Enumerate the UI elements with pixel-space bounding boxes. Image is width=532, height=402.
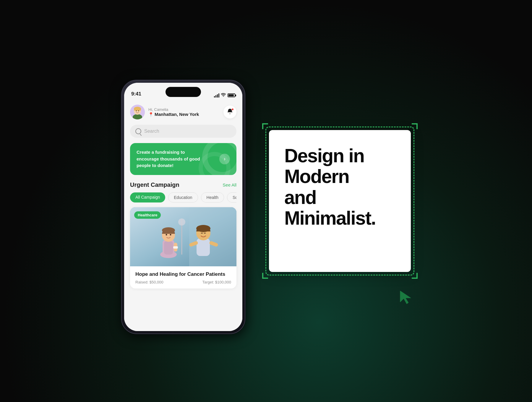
- filter-tabs: All Campaign Education Health Social: [130, 192, 236, 202]
- corner-br: [412, 273, 418, 279]
- notification-dot: [231, 108, 234, 111]
- svg-rect-11: [164, 241, 173, 255]
- location-pin-icon: 📍: [148, 112, 153, 117]
- corner-bl: [262, 273, 268, 279]
- target-stat: Target: $100,000: [202, 280, 231, 284]
- svg-rect-8: [189, 207, 236, 266]
- svg-point-5: [138, 111, 139, 111]
- see-all-button[interactable]: See All: [223, 182, 236, 187]
- user-text: Hi, Camelia 📍 Manhattan, New York: [148, 107, 199, 117]
- search-icon: [135, 128, 141, 134]
- design-card: Design in Modern and Minimalist.: [269, 130, 411, 272]
- status-time: 9:41: [131, 91, 141, 98]
- search-bar[interactable]: Search: [130, 125, 236, 138]
- svg-point-19: [178, 218, 185, 226]
- user-info: Hi, Camelia 📍 Manhattan, New York: [130, 105, 199, 119]
- campaign-card[interactable]: Healthcare Hope and Healing for Cancer P…: [130, 207, 236, 288]
- signal-icon: [214, 93, 219, 98]
- card-image: Healthcare: [130, 207, 236, 266]
- banner-text: Create a fundraising to encourage thousa…: [137, 149, 205, 169]
- svg-point-14: [166, 234, 167, 235]
- phone-mockup: 9:41: [121, 80, 245, 334]
- location-text: 📍 Manhattan, New York: [148, 112, 199, 117]
- svg-point-13: [162, 227, 175, 233]
- svg-rect-17: [173, 246, 178, 249]
- section-title: Urgent Campaign: [130, 181, 179, 188]
- svg-rect-20: [197, 238, 210, 256]
- right-panel: Design in Modern and Minimalist.: [269, 130, 411, 272]
- filter-tab-social[interactable]: Social: [227, 192, 236, 202]
- card-stats: Raised: $50,000 Target: $100,000: [135, 280, 231, 284]
- notification-button[interactable]: [223, 106, 236, 119]
- main-scene: 9:41: [121, 68, 411, 334]
- healthcare-badge: Healthcare: [134, 211, 161, 219]
- filter-tab-education[interactable]: Education: [168, 192, 198, 202]
- card-title: Hope and Healing for Cancer Patients: [135, 271, 231, 278]
- card-body: Hope and Healing for Cancer Patients Rai…: [130, 266, 236, 288]
- corner-tl: [262, 123, 268, 129]
- search-placeholder: Search: [144, 129, 159, 134]
- phone-frame: 9:41: [121, 80, 245, 334]
- status-icons: [214, 93, 235, 98]
- urgent-campaign-header: Urgent Campaign See All: [130, 181, 236, 188]
- avatar: [130, 105, 145, 119]
- svg-point-15: [170, 234, 171, 235]
- wifi-icon: [221, 93, 226, 98]
- greeting-text: Hi, Camelia: [148, 107, 199, 112]
- app-header: Hi, Camelia 📍 Manhattan, New York: [130, 105, 236, 119]
- svg-point-4: [136, 111, 137, 111]
- svg-marker-25: [400, 291, 411, 304]
- fundraising-banner[interactable]: Create a fundraising to encourage thousa…: [130, 143, 236, 175]
- phone-screen: 9:41: [124, 83, 242, 331]
- dynamic-island: [166, 87, 201, 97]
- filter-tab-all[interactable]: All Campaign: [130, 192, 165, 202]
- battery-icon: [228, 93, 235, 97]
- banner-arrow-icon: ›: [219, 154, 230, 164]
- raised-stat: Raised: $50,000: [135, 280, 163, 284]
- design-headline: Design in Modern and Minimalist.: [284, 145, 395, 229]
- app-content: Hi, Camelia 📍 Manhattan, New York: [124, 100, 242, 331]
- corner-tr: [412, 123, 418, 129]
- filter-tab-health[interactable]: Health: [201, 192, 224, 202]
